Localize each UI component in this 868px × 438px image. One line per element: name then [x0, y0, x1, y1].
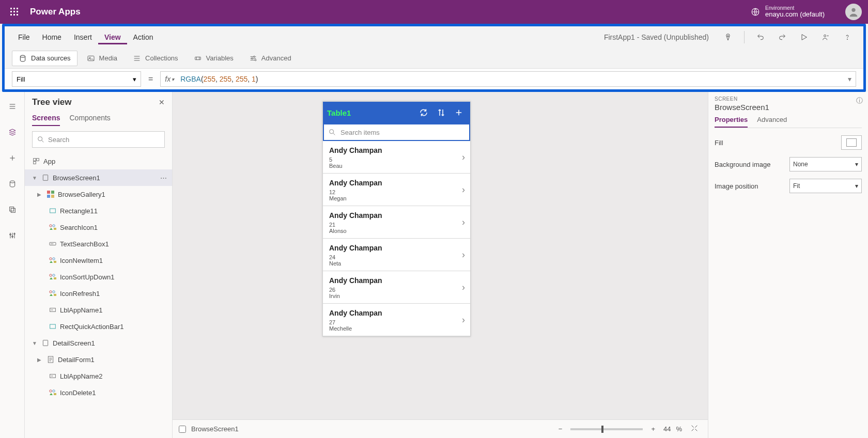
tree-list: App ▼ BrowseScreen1 ⋯ ▶ BrowseGallery1 R… — [25, 153, 172, 438]
item-id: 26 — [329, 287, 464, 293]
prop-tab-properties[interactable]: Properties — [715, 116, 748, 128]
more-icon[interactable]: ⋯ — [160, 174, 167, 182]
environment-picker[interactable]: Environment enayu.com (default) — [751, 5, 825, 18]
tree-item-app[interactable]: App — [25, 153, 172, 169]
svg-rect-5 — [17, 11, 18, 12]
play-icon[interactable] — [795, 28, 813, 46]
rail-data-icon[interactable] — [4, 176, 21, 192]
gallery-item[interactable]: Andy Champan27Mechelle› — [323, 304, 470, 336]
tree-close-icon[interactable]: ✕ — [159, 98, 165, 106]
tree-search-input[interactable]: Search — [32, 131, 165, 148]
tree-item-detailform[interactable]: ▶ DetailForm1 — [25, 351, 172, 368]
tree-item-iconsort[interactable]: IconSortUpDown1 — [25, 269, 172, 285]
svg-rect-0 — [10, 8, 12, 9]
chevron-right-icon[interactable]: ▶ — [37, 357, 43, 363]
refresh-icon[interactable] — [416, 105, 431, 120]
prop-fill-value[interactable] — [841, 135, 862, 150]
ribbon-advanced[interactable]: Advanced — [243, 51, 298, 66]
share-icon[interactable] — [817, 28, 834, 46]
ribbon-media[interactable]: Media — [81, 51, 123, 66]
item-sub: Mechelle — [329, 325, 464, 332]
zoom-slider[interactable] — [570, 428, 643, 430]
waffle-icon[interactable] — [6, 4, 23, 20]
tree-item-rectangle[interactable]: Rectangle11 — [25, 202, 172, 219]
svg-point-13 — [847, 39, 847, 39]
formula-input[interactable]: fx ▾ RGBA(255, 255, 255, 1) ▾ — [160, 71, 856, 87]
rail-hamburger-icon[interactable] — [4, 98, 21, 115]
control-icon — [49, 256, 57, 264]
tree-item-searchicon[interactable]: SearchIcon1 — [25, 219, 172, 236]
ribbon-collections[interactable]: Collections — [127, 51, 184, 66]
prop-bgimage-select[interactable]: None▾ — [789, 157, 862, 171]
menu-insert[interactable]: Insert — [68, 30, 98, 44]
add-icon[interactable] — [452, 105, 466, 120]
svg-rect-46 — [54, 277, 56, 279]
chevron-right-icon[interactable]: › — [462, 152, 465, 163]
rail-insert-icon[interactable] — [4, 150, 21, 166]
item-id: 21 — [329, 222, 464, 228]
ribbon-data-sources[interactable]: Data sources — [12, 51, 78, 66]
svg-point-41 — [50, 258, 52, 260]
tree-item-textsearch[interactable]: TextSearchBox1 — [25, 236, 172, 252]
ribbon-variables[interactable]: Variables — [188, 51, 240, 66]
chevron-down-icon[interactable]: ▼ — [32, 175, 38, 181]
tree-item-detailscreen[interactable]: ▼ DetailScreen1 — [25, 335, 172, 351]
phone-search[interactable]: Search items — [323, 123, 470, 141]
gallery-item[interactable]: Andy Champan26Irvin› — [323, 271, 470, 304]
chevron-right-icon[interactable]: › — [462, 184, 465, 195]
svg-rect-51 — [50, 324, 56, 328]
svg-rect-35 — [51, 195, 54, 198]
avatar[interactable] — [845, 4, 862, 20]
redo-icon[interactable] — [773, 28, 791, 46]
tree-tab-components[interactable]: Components — [69, 114, 110, 126]
screen-checkbox[interactable] — [179, 426, 186, 433]
property-selector[interactable]: Fill ▾ — [12, 71, 141, 87]
tree-item-rectquick[interactable]: RectQuickActionBar1 — [25, 318, 172, 335]
prop-tab-advanced[interactable]: Advanced — [757, 116, 787, 128]
tree-item-iconrefresh[interactable]: IconRefresh1 — [25, 285, 172, 302]
undo-icon[interactable] — [752, 28, 769, 46]
gallery-item[interactable]: Andy Champan12Megan› — [323, 174, 470, 206]
ribbon-advanced-label: Advanced — [261, 54, 291, 62]
menu-action[interactable]: Action — [127, 30, 160, 44]
zoom-in-icon[interactable]: + — [648, 425, 658, 433]
gallery-item[interactable]: Andy Champan21Alonso› — [323, 206, 470, 239]
gallery-item[interactable]: Andy Champan5Beau› — [323, 141, 470, 174]
fit-icon[interactable] — [687, 424, 702, 434]
panel-help-icon[interactable]: ⓘ — [856, 96, 863, 105]
menu-view[interactable]: View — [98, 30, 127, 44]
tree-item-browsescreen[interactable]: ▼ BrowseScreen1 ⋯ — [25, 169, 172, 186]
tree-item-lblapp1[interactable]: LblAppName1 — [25, 302, 172, 318]
sort-icon[interactable] — [434, 105, 448, 120]
highlight-frame: File Home Insert View Action FirstApp1 -… — [2, 24, 866, 92]
svg-rect-31 — [43, 175, 48, 181]
tree-item-lblapp2[interactable]: LblAppName2 — [25, 368, 172, 384]
svg-rect-7 — [13, 14, 15, 15]
formula-expand-icon[interactable]: ▾ — [848, 75, 851, 83]
prop-imgpos-select[interactable]: Fit▾ — [789, 179, 862, 193]
app-checker-icon[interactable] — [719, 28, 737, 46]
chevron-right-icon[interactable]: ▶ — [37, 192, 43, 197]
rail-tree-icon[interactable] — [4, 124, 21, 140]
chevron-right-icon[interactable]: › — [462, 249, 465, 260]
chevron-right-icon[interactable]: › — [462, 217, 465, 228]
chevron-right-icon[interactable]: › — [462, 315, 465, 325]
tree-item-browsegallery[interactable]: ▶ BrowseGallery1 — [25, 186, 172, 202]
chevron-down-icon[interactable]: ▼ — [32, 340, 38, 346]
svg-point-27 — [38, 137, 42, 141]
rail-media-icon[interactable] — [4, 201, 21, 218]
tree-item-iconnew[interactable]: IconNewItem1 — [25, 252, 172, 269]
canvas[interactable]: Table1 Search items Andy Champan5Beau›An… — [173, 92, 708, 438]
tree-tab-screens[interactable]: Screens — [32, 114, 60, 126]
rail-advanced-tools-icon[interactable] — [4, 227, 21, 244]
menu-file[interactable]: File — [12, 30, 36, 44]
svg-point-14 — [20, 55, 25, 57]
tree-item-icondelete[interactable]: IconDelete1 — [25, 384, 172, 401]
help-icon[interactable] — [839, 28, 856, 46]
menu-home[interactable]: Home — [36, 30, 68, 44]
chevron-right-icon[interactable]: › — [462, 282, 465, 293]
environment-value: enayu.com (default) — [765, 11, 825, 18]
gallery-item[interactable]: Andy Champan24Neta› — [323, 239, 470, 271]
label-icon — [49, 306, 57, 314]
zoom-out-icon[interactable]: − — [555, 425, 566, 433]
